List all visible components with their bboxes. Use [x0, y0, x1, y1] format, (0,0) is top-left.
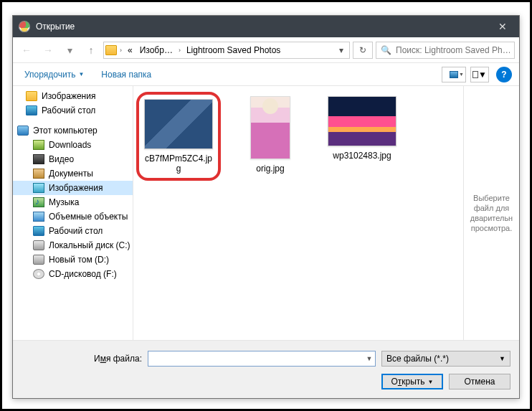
crumb-2[interactable]: Lightroom Saved Photos: [184, 44, 283, 57]
search-box[interactable]: 🔍: [376, 42, 515, 59]
tree-item-label: Этот компьютер: [33, 126, 98, 136]
nav-up-button[interactable]: ↑: [82, 41, 100, 60]
tree-item-cd[interactable]: CD-дисковод (F:): [13, 267, 133, 281]
tree-item-label: Объемные объекты: [49, 212, 128, 222]
file-grid[interactable]: cB7fMPm5ZC4.jpgorig.jpgwp3102483.jpg: [133, 86, 463, 340]
chevron-down-icon: ▼: [499, 355, 505, 362]
pc-icon: [17, 126, 29, 136]
disk-icon: [33, 240, 44, 250]
crumb-1[interactable]: Изобр…: [137, 44, 176, 57]
chevron-right-icon: ›: [118, 47, 123, 54]
tree-item-obj[interactable]: Объемные объекты: [13, 209, 133, 224]
address-bar: ← → ▾ ↑ › « Изобр… › Lightroom Saved Pho…: [13, 37, 519, 63]
window-title: Открытие: [36, 22, 486, 32]
organize-menu[interactable]: Упорядочить▼: [20, 67, 88, 82]
open-button[interactable]: Открыть▼: [381, 374, 443, 389]
tree-item-label: Рабочий стол: [49, 226, 103, 236]
tree-item-dl[interactable]: Downloads: [13, 138, 133, 152]
new-folder-button[interactable]: Новая папка: [97, 67, 156, 82]
desktop-icon: [33, 226, 44, 236]
tree-item-label: Downloads: [49, 140, 91, 150]
preview-pane-button[interactable]: ▼: [470, 67, 489, 82]
thumbnail-image: [250, 96, 290, 159]
obj-icon: [33, 212, 44, 222]
filename-combo[interactable]: ▼: [148, 351, 376, 367]
img-icon: [33, 183, 44, 193]
refresh-button[interactable]: ↻: [353, 42, 373, 59]
tree-item-disk[interactable]: Локальный диск (C:): [13, 238, 133, 252]
tree-item-label: Изображения: [42, 91, 95, 101]
breadcrumb[interactable]: › « Изобр… › Lightroom Saved Photos ▾: [103, 42, 350, 59]
nav-back-button[interactable]: ←: [17, 41, 36, 60]
tree-item-label: Локальный диск (C:): [49, 240, 130, 250]
search-icon: 🔍: [381, 45, 391, 55]
tree-item-vid[interactable]: Видео: [13, 152, 133, 166]
tree-item-label: Рабочий стол: [42, 105, 95, 115]
title-bar: Открытие ✕: [13, 16, 519, 37]
tree-item-desktop[interactable]: Рабочий стол: [13, 224, 133, 238]
tree-item-img[interactable]: Изображения: [13, 181, 133, 195]
tree-item-label: Новый том (D:): [49, 255, 109, 265]
tree-item-desktop[interactable]: Рабочий стол: [13, 103, 133, 118]
nav-forward-button[interactable]: →: [39, 41, 57, 60]
filename-label: Имя файла:: [22, 354, 142, 364]
bottom-panel: Имя файла: ▼ Все файлы (*.*) ▼ Открыть▼ …: [13, 340, 519, 398]
folder-tree[interactable]: ИзображенияРабочий столЭтот компьютерDow…: [13, 86, 133, 340]
desktop-icon: [26, 105, 37, 115]
tree-item-label: Музыка: [49, 197, 79, 207]
folder-icon: [105, 45, 117, 55]
cd-icon: [33, 269, 44, 279]
tree-item-disk[interactable]: Новый том (D:): [13, 252, 133, 267]
chrome-icon: [19, 21, 30, 32]
filename-input[interactable]: [148, 354, 364, 364]
file-name-label: wp3102483.jpg: [333, 151, 391, 161]
tree-item-label: CD-дисковод (F:): [49, 269, 117, 279]
mus-icon: [33, 197, 44, 207]
doc-icon: [33, 169, 44, 179]
tree-item-folder[interactable]: Изображения: [13, 89, 133, 103]
nav-recent-button[interactable]: ▾: [60, 41, 79, 60]
tree-item-mus[interactable]: Музыка: [13, 195, 133, 209]
tree-item-doc[interactable]: Документы: [13, 166, 133, 181]
tree-item-label: Видео: [49, 154, 74, 164]
chevron-down-icon: ▼: [478, 70, 487, 80]
filetype-combo[interactable]: Все файлы (*.*) ▼: [381, 351, 510, 367]
crumb-dropdown[interactable]: ▾: [335, 45, 348, 55]
chevron-right-icon: ›: [177, 47, 182, 54]
pane-icon: [472, 71, 478, 78]
open-file-dialog: Открытие ✕ ← → ▾ ↑ › « Изобр… › Lightroo…: [12, 15, 520, 399]
file-name-label: orig.jpg: [256, 164, 284, 174]
search-input[interactable]: [396, 45, 510, 55]
cancel-button[interactable]: Отмена: [449, 374, 510, 389]
toolbar: Упорядочить▼ Новая папка ▼ ▼ ?: [13, 63, 519, 86]
crumb-lead[interactable]: «: [125, 44, 136, 57]
thumbnail-image: [144, 99, 213, 149]
thumbnail-image: [328, 96, 396, 146]
file-item[interactable]: orig.jpg: [228, 93, 313, 176]
tree-item-pc[interactable]: Этот компьютер: [13, 123, 133, 138]
file-item[interactable]: cB7fMPm5ZC4.jpg: [136, 92, 221, 181]
vid-icon: [33, 154, 44, 164]
chevron-down-icon: ▼: [78, 71, 84, 77]
preview-pane: Выберите файл для дварительн просмотра.: [463, 86, 519, 340]
file-name-label: cB7fMPm5ZC4.jpg: [143, 153, 214, 174]
chevron-down-icon: ▼: [459, 72, 464, 77]
help-button[interactable]: ?: [496, 67, 512, 82]
tree-item-label: Документы: [49, 169, 93, 179]
view-mode-button[interactable]: ▼: [442, 67, 466, 82]
close-button[interactable]: ✕: [486, 16, 519, 37]
file-item[interactable]: wp3102483.jpg: [320, 93, 404, 164]
chevron-down-icon[interactable]: ▼: [364, 355, 375, 362]
disk-icon: [33, 255, 44, 265]
tree-item-label: Изображения: [49, 183, 103, 193]
dl-icon: [33, 140, 44, 150]
folder-icon: [26, 91, 37, 101]
picture-icon: [450, 71, 458, 78]
split-dropdown-icon[interactable]: ▼: [428, 379, 434, 385]
